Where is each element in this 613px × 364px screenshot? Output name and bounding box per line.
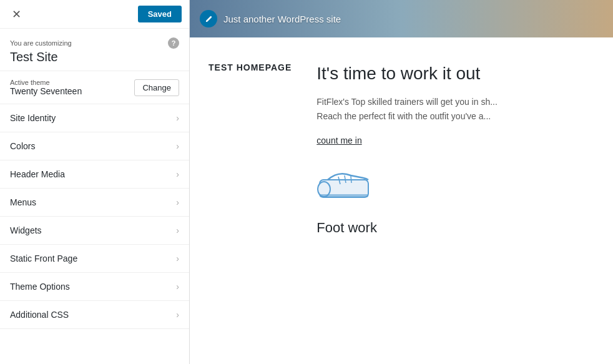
homepage-label: TEST HOMEPAGE [208,62,292,236]
chevron-right-icon: › [176,197,179,207]
active-theme-label: Active theme [10,79,82,86]
nav-item-label: Site Identity [10,113,56,123]
chevron-right-icon: › [176,141,179,151]
chevron-right-icon: › [176,253,179,263]
preview-main: It's time to work it out FitFlex's Top s… [316,62,594,236]
nav-item-label: Header Media [10,169,65,179]
nav-item-theme-options[interactable]: Theme Options › [0,273,189,301]
nav-item-label: Theme Options [10,282,70,292]
nav-item-site-identity[interactable]: Site Identity › [0,104,189,132]
close-button[interactable]: ✕ [7,6,25,23]
svg-rect-5 [320,194,368,197]
saved-button[interactable]: Saved [138,6,182,22]
chevron-right-icon: › [176,282,179,292]
svg-line-4 [351,176,351,183]
edit-pencil-icon[interactable] [200,10,217,27]
nav-item-widgets[interactable]: Widgets › [0,217,189,245]
nav-item-header-media[interactable]: Header Media › [0,160,189,189]
preview-header: Just another WordPress site [190,0,613,37]
nav-item-additional-css[interactable]: Additional CSS › [0,301,189,329]
site-title: Test Site [10,50,179,64]
chevron-right-icon: › [176,225,179,235]
active-theme-section: Active theme Twenty Seventeen Change [0,71,189,104]
change-theme-button[interactable]: Change [134,79,179,96]
shoe-icon [316,164,373,205]
shoe-icon-wrapper [316,164,594,207]
chevron-right-icon: › [176,310,179,320]
help-icon[interactable]: ? [168,37,179,49]
customizing-row: You are customizing ? [10,37,179,49]
nav-item-colors[interactable]: Colors › [0,132,189,160]
nav-item-static-front-page[interactable]: Static Front Page › [0,245,189,273]
close-icon: ✕ [12,7,21,21]
nav-menu: Site Identity › Colors › Header Media › … [0,104,189,329]
nav-item-menus[interactable]: Menus › [0,189,189,217]
customizer-panel: ✕ Saved You are customizing ? Test Site … [0,0,190,364]
customizing-label: You are customizing [10,39,72,47]
chevron-right-icon: › [176,169,179,179]
preview-content: TEST HOMEPAGE It's time to work it out F… [190,37,613,236]
preview-body-text: FitFlex's Top skilled trainers will get … [316,95,594,123]
site-tagline: Just another WordPress site [223,14,341,24]
chevron-right-icon: › [176,113,179,123]
section-title: Foot work [316,220,594,236]
preview-headline: It's time to work it out [316,62,594,85]
nav-item-label: Additional CSS [10,310,69,320]
theme-info: Active theme Twenty Seventeen [10,79,82,96]
preview-panel: Just another WordPress site TEST HOMEPAG… [190,0,613,364]
nav-item-label: Widgets [10,225,42,235]
nav-item-label: Colors [10,141,35,151]
top-bar: ✕ Saved [0,0,189,29]
customizing-section: You are customizing ? Test Site [0,29,189,71]
theme-name: Twenty Seventeen [10,86,82,96]
cta-link[interactable]: count me in [316,135,594,145]
nav-item-label: Static Front Page [10,253,77,263]
nav-item-label: Menus [10,197,36,207]
